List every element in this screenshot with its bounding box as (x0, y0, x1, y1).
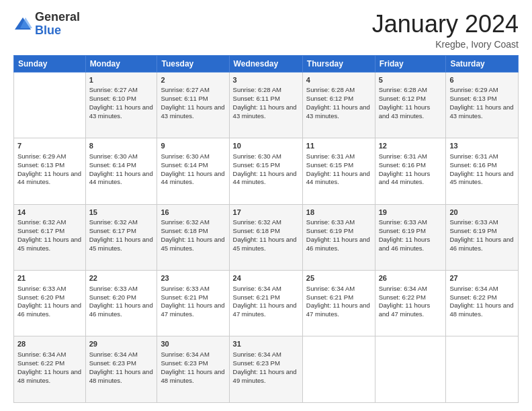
calendar-cell: 28Sunrise: 6:34 AMSunset: 6:22 PMDayligh… (14, 336, 86, 403)
sunrise: Sunrise: 6:31 AM (306, 152, 355, 160)
daylight: Daylight: 11 hours and 47 minutes. (379, 302, 431, 318)
day-number: 11 (306, 141, 371, 151)
day-number: 10 (233, 141, 299, 151)
day-number: 28 (17, 339, 82, 349)
sunset: Sunset: 6:23 PM (161, 359, 208, 367)
day-number: 3 (233, 75, 299, 85)
sunset: Sunset: 6:20 PM (17, 293, 64, 301)
calendar-cell: 11Sunrise: 6:31 AMSunset: 6:15 PMDayligh… (302, 138, 375, 204)
sunset: Sunset: 6:11 PM (161, 95, 208, 102)
logo-general: General (35, 10, 80, 24)
calendar-cell: 13Sunrise: 6:31 AMSunset: 6:16 PMDayligh… (446, 138, 519, 204)
day-number: 22 (89, 273, 154, 283)
calendar-cell: 6Sunrise: 6:29 AMSunset: 6:13 PMDaylight… (446, 72, 519, 138)
day-number: 21 (17, 273, 82, 283)
calendar-cell: 21Sunrise: 6:33 AMSunset: 6:20 PMDayligh… (14, 271, 86, 336)
calendar-cell: 1Sunrise: 6:27 AMSunset: 6:10 PMDaylight… (85, 72, 157, 138)
daylight: Daylight: 11 hours and 46 minutes. (379, 236, 431, 252)
daylight: Daylight: 11 hours and 43 minutes. (233, 103, 297, 120)
week-row-2: 14Sunrise: 6:32 AMSunset: 6:17 PMDayligh… (14, 204, 519, 270)
week-row-0: 1Sunrise: 6:27 AMSunset: 6:10 PMDaylight… (14, 72, 519, 138)
daylight: Daylight: 11 hours and 48 minutes. (161, 368, 224, 384)
day-number: 4 (306, 75, 371, 85)
day-number: 17 (233, 208, 299, 218)
calendar-cell: 16Sunrise: 6:32 AMSunset: 6:18 PMDayligh… (157, 204, 229, 270)
sunrise: Sunrise: 6:34 AM (233, 285, 281, 292)
daylight: Daylight: 11 hours and 47 minutes. (306, 302, 370, 318)
logo-icon (13, 15, 32, 34)
calendar-cell: 22Sunrise: 6:33 AMSunset: 6:20 PMDayligh… (85, 271, 157, 336)
sunrise: Sunrise: 6:32 AM (161, 218, 209, 226)
sunset: Sunset: 6:12 PM (379, 95, 426, 102)
header-row: Sunday Monday Tuesday Wednesday Thursday… (14, 55, 519, 72)
daylight: Daylight: 11 hours and 44 minutes. (379, 170, 431, 186)
sunrise: Sunrise: 6:30 AM (89, 152, 138, 160)
logo: General Blue (13, 11, 80, 38)
day-number: 24 (233, 273, 299, 283)
sunrise: Sunrise: 6:31 AM (449, 152, 498, 160)
sunrise: Sunrise: 6:34 AM (306, 285, 355, 292)
daylight: Daylight: 11 hours and 48 minutes. (17, 368, 81, 384)
daylight: Daylight: 11 hours and 46 minutes. (306, 236, 370, 252)
calendar-cell: 7Sunrise: 6:29 AMSunset: 6:13 PMDaylight… (14, 138, 86, 204)
sunrise: Sunrise: 6:33 AM (379, 218, 427, 226)
day-number: 13 (449, 141, 515, 151)
calendar-cell: 8Sunrise: 6:30 AMSunset: 6:14 PMDaylight… (85, 138, 157, 204)
day-number: 31 (233, 339, 299, 349)
day-number: 26 (379, 273, 443, 283)
calendar-cell: 9Sunrise: 6:30 AMSunset: 6:14 PMDaylight… (157, 138, 229, 204)
sunset: Sunset: 6:23 PM (89, 359, 136, 367)
col-thursday: Thursday (302, 55, 375, 72)
daylight: Daylight: 11 hours and 45 minutes. (449, 170, 513, 186)
sunrise: Sunrise: 6:27 AM (161, 86, 209, 93)
day-number: 1 (89, 75, 154, 85)
day-number: 29 (89, 339, 154, 349)
sunrise: Sunrise: 6:31 AM (379, 152, 427, 160)
location: Kregbe, Ivory Coast (372, 39, 519, 50)
calendar-cell: 14Sunrise: 6:32 AMSunset: 6:17 PMDayligh… (14, 204, 86, 270)
sunrise: Sunrise: 6:33 AM (449, 218, 498, 226)
daylight: Daylight: 11 hours and 45 minutes. (161, 236, 224, 252)
sunrise: Sunrise: 6:34 AM (233, 351, 281, 358)
col-tuesday: Tuesday (157, 55, 229, 72)
calendar-cell: 5Sunrise: 6:28 AMSunset: 6:12 PMDaylight… (375, 72, 446, 138)
daylight: Daylight: 11 hours and 45 minutes. (17, 236, 81, 252)
sunrise: Sunrise: 6:33 AM (161, 285, 209, 292)
day-number: 9 (161, 141, 225, 151)
daylight: Daylight: 11 hours and 44 minutes. (233, 170, 297, 186)
calendar-cell: 17Sunrise: 6:32 AMSunset: 6:18 PMDayligh… (229, 204, 302, 270)
week-row-3: 21Sunrise: 6:33 AMSunset: 6:20 PMDayligh… (14, 271, 519, 336)
calendar-cell: 23Sunrise: 6:33 AMSunset: 6:21 PMDayligh… (157, 271, 229, 336)
calendar-cell: 19Sunrise: 6:33 AMSunset: 6:19 PMDayligh… (375, 204, 446, 270)
daylight: Daylight: 11 hours and 46 minutes. (17, 302, 81, 318)
day-number: 5 (379, 75, 443, 85)
day-number: 7 (17, 141, 82, 151)
sunrise: Sunrise: 6:29 AM (449, 86, 498, 93)
sunset: Sunset: 6:13 PM (17, 161, 64, 169)
sunset: Sunset: 6:13 PM (449, 95, 496, 102)
title-block: January 2024 Kregbe, Ivory Coast (372, 11, 519, 50)
day-number: 6 (449, 75, 515, 85)
day-number: 12 (379, 141, 443, 151)
col-monday: Monday (85, 55, 157, 72)
sunrise: Sunrise: 6:33 AM (306, 218, 355, 226)
sunrise: Sunrise: 6:29 AM (17, 152, 66, 160)
sunrise: Sunrise: 6:32 AM (89, 218, 138, 226)
sunset: Sunset: 6:22 PM (379, 293, 426, 301)
calendar-cell: 15Sunrise: 6:32 AMSunset: 6:17 PMDayligh… (85, 204, 157, 270)
sunrise: Sunrise: 6:32 AM (17, 218, 66, 226)
daylight: Daylight: 11 hours and 46 minutes. (449, 236, 513, 252)
sunrise: Sunrise: 6:33 AM (17, 285, 66, 292)
sunrise: Sunrise: 6:28 AM (379, 86, 427, 93)
sunset: Sunset: 6:14 PM (161, 161, 208, 169)
daylight: Daylight: 11 hours and 44 minutes. (89, 170, 153, 186)
sunrise: Sunrise: 6:34 AM (449, 285, 498, 292)
day-number: 16 (161, 208, 225, 218)
sunset: Sunset: 6:17 PM (17, 227, 64, 234)
daylight: Daylight: 11 hours and 43 minutes. (449, 103, 513, 120)
sunrise: Sunrise: 6:33 AM (89, 285, 138, 292)
daylight: Daylight: 11 hours and 44 minutes. (306, 170, 370, 186)
sunset: Sunset: 6:18 PM (161, 227, 208, 234)
calendar-cell (375, 336, 446, 403)
sunset: Sunset: 6:12 PM (306, 95, 353, 102)
